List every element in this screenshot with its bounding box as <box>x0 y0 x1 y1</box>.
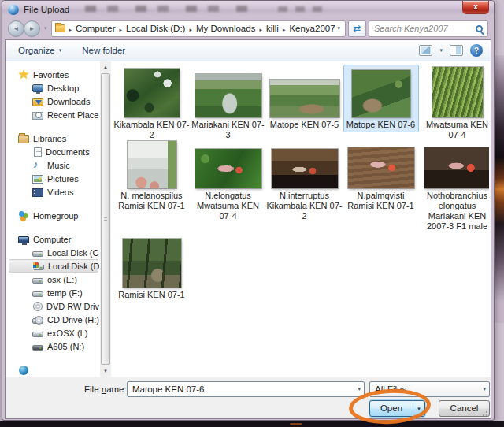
open-button[interactable]: Open ▾ <box>369 400 425 417</box>
file-item-n-palmqvisti-ramisi-ken-07-1[interactable]: N.palmqvisti Ramisi KEN 07-1 <box>343 142 419 214</box>
forward-button[interactable]: ► <box>24 20 40 37</box>
open-button-label[interactable]: Open <box>370 401 413 416</box>
file-name-label: Ramisi KEN 07-1 <box>114 290 190 300</box>
file-name-label: N.palmqvisti Ramisi KEN 07-1 <box>343 191 419 211</box>
file-item-n-elongatus-mwatsuma-ken-07-4[interactable]: N.elongatus Mwatsuma KEN 07-4 <box>191 142 266 224</box>
main-area: FavoritesDesktopDownloadsRecent PlacesLi… <box>6 61 491 377</box>
file-type-select[interactable]: All Files ▾ <box>369 381 490 397</box>
sidebar-item-music[interactable]: Music <box>9 158 99 172</box>
organize-label: Organize <box>18 46 55 55</box>
address-bar[interactable]: ▸Computer▸Local Disk (D:)▸My Downloads▸k… <box>51 20 346 37</box>
sidebar-item-local-disk-d[interactable]: Local Disk (D:) <box>9 259 98 273</box>
sidebar-item-a605-n[interactable]: A605 (N:) <box>9 340 99 353</box>
file-item-nothobranchius-elongatus-mariakani-ken-2007-3-f1-male[interactable]: Nothobranchius elongatus Mariakani KEN 2… <box>420 142 490 234</box>
sidebar-scrollbar[interactable]: ▲ ▼ <box>100 61 111 377</box>
background-artifact-dash <box>290 423 302 425</box>
views-dropdown-arrow[interactable]: ▾ <box>439 47 443 54</box>
sidebar-group-homegroup[interactable]: Homegroup <box>9 209 99 222</box>
dvd-icon <box>33 302 43 311</box>
sidebar-item-downloads[interactable]: Downloads <box>9 95 99 108</box>
address-dropdown-arrow[interactable]: ▾ <box>335 25 343 32</box>
file-item-mwatsuma-ken-07-4[interactable]: Mwatsuma KEN 07-4 <box>420 65 490 143</box>
file-name-label: Matope KEN 07-5 <box>267 120 343 130</box>
file-item-n-melanospilus-ramisi-ken-07-1[interactable]: N. melanospilus Ramisi KEN 07-1 <box>114 142 190 214</box>
file-list-area: Kikambala KEN 07-2Mariakani KEN 07-3Mato… <box>113 65 489 377</box>
window-title: File Upload <box>24 5 69 14</box>
file-thumbnail-wrap <box>424 144 490 188</box>
sidebar-item-osx-e[interactable]: osx (E:) <box>9 273 99 286</box>
file-thumbnail-wrap <box>123 237 181 288</box>
breadcrumb-separator: ▸ <box>120 27 123 32</box>
back-button[interactable]: ◄ <box>8 20 24 37</box>
drive-win-icon <box>33 265 44 270</box>
breadcrumb-item-my-downloads[interactable]: My Downloads <box>196 24 255 33</box>
globe-icon <box>19 366 28 375</box>
change-view-icon[interactable] <box>419 45 432 56</box>
file-thumbnail <box>128 141 176 188</box>
search-box[interactable] <box>369 20 488 37</box>
file-thumbnail-wrap <box>124 67 180 117</box>
open-split-dropdown[interactable]: ▾ <box>413 401 424 416</box>
breadcrumb-item-killi[interactable]: killi <box>266 24 279 33</box>
sidebar-item-desktop[interactable]: Desktop <box>9 81 99 95</box>
recent-pages-dropdown[interactable]: ▾ <box>43 25 49 32</box>
file-item-kikambala-ken-07-2[interactable]: Kikambala KEN 07-2 <box>114 65 190 143</box>
sidebar-group-globe[interactable] <box>9 363 99 377</box>
breadcrumb: ▸Computer▸Local Disk (D:)▸My Downloads▸k… <box>65 24 335 33</box>
sidebar-item-label: Downloads <box>47 97 90 106</box>
refresh-button[interactable]: ⇄ <box>348 20 366 37</box>
scroll-down-icon[interactable]: ▼ <box>100 366 111 377</box>
sidebar-group-favorites[interactable]: Favorites <box>9 68 99 81</box>
file-item-mariakani-ken-07-3[interactable]: Mariakani KEN 07-3 <box>191 65 266 143</box>
drive-icon <box>32 278 43 284</box>
file-item-matope-ken-07-6[interactable]: Matope KEN 07-6 <box>343 65 419 132</box>
file-item-matope-ken-07-5[interactable]: Matope KEN 07-5 <box>267 65 343 132</box>
breadcrumb-separator: ▸ <box>259 27 262 32</box>
documents-icon <box>34 147 42 157</box>
titlebar[interactable]: File Upload x <box>2 1 494 17</box>
search-input[interactable] <box>374 24 472 33</box>
breadcrumb-separator: ▸ <box>189 27 192 32</box>
sidebar-group-computer[interactable]: Computer <box>9 232 99 246</box>
new-folder-button[interactable]: New folder <box>77 43 130 58</box>
file-name-label: Nothobranchius elongatus Mariakani KEN 2… <box>420 191 490 232</box>
file-name-input[interactable]: Matope KEN 07-6 ▾ <box>127 381 365 397</box>
organize-button[interactable]: Organize ▾ <box>13 43 66 58</box>
resize-grip-icon[interactable] <box>480 408 488 417</box>
sidebar-item-videos[interactable]: Videos <box>9 185 99 199</box>
help-icon[interactable]: ? <box>470 44 483 57</box>
chevron-down-icon: ▾ <box>59 47 62 54</box>
chevron-down-icon[interactable]: ▾ <box>358 382 361 396</box>
dialog-content: Organize ▾ New folder ▾ ? FavoritesDeskt… <box>5 39 491 419</box>
pictures-icon <box>32 175 43 184</box>
preview-pane-icon[interactable] <box>450 45 463 56</box>
breadcrumb-item-computer[interactable]: Computer <box>76 24 116 33</box>
sidebar-group-libraries[interactable]: Libraries <box>9 132 99 145</box>
sidebar-item-dvd-rw-drive-g[interactable]: DVD RW Drive (G <box>9 299 99 313</box>
navigation-bar: ◄ ► ▾ ▸Computer▸Local Disk (D:)▸My Downl… <box>2 17 494 39</box>
sidebar-item-recent-places[interactable]: Recent Places <box>9 108 99 121</box>
file-thumbnail-wrap <box>432 67 483 117</box>
scroll-up-icon[interactable]: ▲ <box>100 61 111 72</box>
sidebar-item-temp-f[interactable]: temp (F:) <box>9 286 99 299</box>
folder-icon <box>55 24 65 32</box>
file-name-label: Kikambala KEN 07-2 <box>114 120 190 140</box>
sidebar-item-cd-drive-h[interactable]: CD Drive (H:) <box>9 313 99 326</box>
breadcrumb-item-local-disk-d[interactable]: Local Disk (D:) <box>126 24 185 33</box>
file-item-ramisi-ken-07-1[interactable]: Ramisi KEN 07-1 <box>114 235 190 303</box>
close-button[interactable]: x <box>462 1 489 14</box>
sidebar-item-exosx-i[interactable]: exOSX (I:) <box>9 326 99 340</box>
help-glyph: ? <box>474 46 479 55</box>
sidebar-item-label: osx (E:) <box>47 275 77 284</box>
breadcrumb-item-kenya2007[interactable]: Kenya2007 <box>289 24 335 33</box>
sidebar-item-pictures[interactable]: Pictures <box>9 172 99 185</box>
file-item-n-interruptus-kikambala-ken-07-2[interactable]: N.interruptus Kikambala KEN 07-2 <box>267 142 343 224</box>
sidebar-item-label: Documents <box>46 147 90 157</box>
sidebar-item-label: Music <box>47 161 70 170</box>
file-thumbnail-wrap <box>270 67 339 117</box>
sidebar-item-documents[interactable]: Documents <box>9 145 99 158</box>
file-thumbnail <box>352 70 410 117</box>
scrollbar-thumb[interactable] <box>101 73 110 365</box>
file-thumbnail <box>348 147 414 188</box>
sidebar-item-local-disk-c[interactable]: Local Disk (C:) <box>9 246 99 259</box>
